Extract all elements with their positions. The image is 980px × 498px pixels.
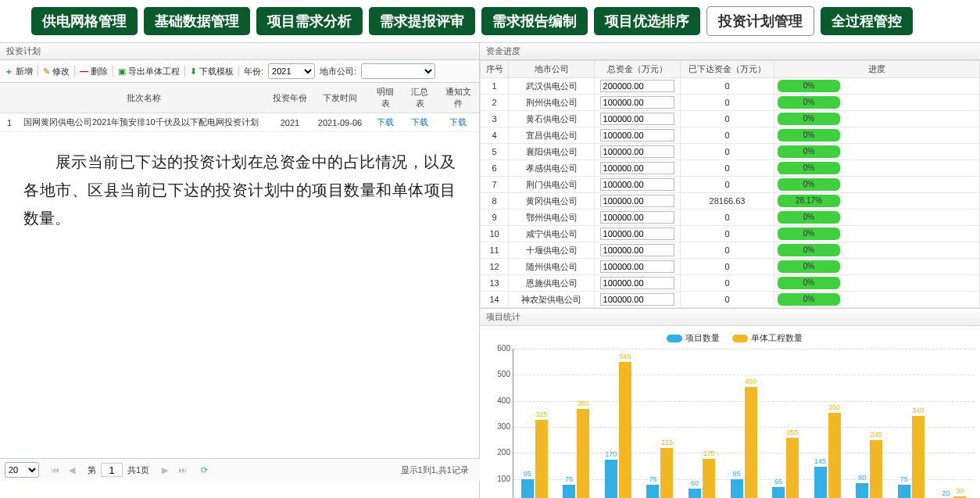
progress-bar: 0% bbox=[778, 277, 840, 289]
progress-bar: 0% bbox=[778, 260, 840, 273]
total-input[interactable] bbox=[600, 113, 675, 125]
total-input[interactable] bbox=[600, 211, 675, 224]
bar-group: 145350蕲春 bbox=[807, 413, 849, 498]
export-button[interactable]: ▣导出单体工程 bbox=[118, 66, 180, 77]
project-stats-chart: 010020030040050060095325黄梅75365罗田170545麻… bbox=[513, 349, 974, 498]
tab-需求提报评审[interactable]: 需求提报评审 bbox=[369, 7, 475, 35]
tab-需求报告编制[interactable]: 需求报告编制 bbox=[481, 7, 588, 35]
funds-panel-title: 资金进度 bbox=[480, 43, 980, 60]
bar: 450 bbox=[745, 387, 757, 498]
table-row[interactable]: 1国网黄冈供电公司2021年预安排10千伏及以下配电网投资计划20212021-… bbox=[0, 113, 479, 132]
download-template-button[interactable]: ⬇下载模板 bbox=[190, 66, 234, 77]
table-row: 4宜昌供电公司00% bbox=[481, 127, 980, 144]
progress-bar: 0% bbox=[778, 145, 840, 158]
total-input[interactable] bbox=[600, 145, 675, 158]
progress-bar: 0% bbox=[778, 211, 840, 224]
bar: 145 bbox=[814, 467, 827, 498]
bar: 545 bbox=[619, 362, 631, 498]
plus-icon: ＋ bbox=[5, 66, 13, 77]
total-input[interactable] bbox=[600, 228, 675, 240]
bar-group: 95325黄梅 bbox=[513, 420, 556, 498]
delete-button[interactable]: —删除 bbox=[80, 66, 108, 77]
bar: 255 bbox=[786, 438, 799, 498]
total-input[interactable] bbox=[600, 244, 675, 256]
tab-项目需求分析[interactable]: 项目需求分析 bbox=[256, 7, 363, 35]
refresh-icon[interactable]: ⟳ bbox=[198, 464, 210, 476]
pagesize-select[interactable]: 20 bbox=[5, 462, 39, 478]
table-row: 1武汉供电公司00% bbox=[481, 78, 980, 95]
table-row: 9鄂州供电公司00% bbox=[481, 210, 980, 226]
pager-info: 显示1到1,共1记录 bbox=[401, 464, 469, 476]
download-detail[interactable]: 下载 bbox=[377, 117, 394, 127]
last-page-icon[interactable]: ⏭ bbox=[176, 464, 188, 476]
edit-button[interactable]: ✎修改 bbox=[43, 66, 70, 77]
bar: 350 bbox=[828, 413, 841, 498]
tab-全过程管控[interactable]: 全过程管控 bbox=[821, 7, 913, 35]
col-notice: 通知文件 bbox=[437, 83, 479, 113]
bar: 365 bbox=[577, 409, 589, 498]
bar-group: 80245英山 bbox=[848, 440, 890, 498]
download-notice[interactable]: 下载 bbox=[449, 117, 467, 127]
table-row: 3黄石供电公司00% bbox=[481, 111, 980, 127]
bar-group: 60175黄州 bbox=[681, 459, 723, 498]
table-row: 2荆州供电公司00% bbox=[481, 95, 980, 111]
total-input[interactable] bbox=[600, 195, 675, 207]
table-row: 13恩施供电公司00% bbox=[481, 275, 980, 292]
total-pages: 共1页 bbox=[127, 464, 149, 476]
progress-bar: 0% bbox=[778, 228, 840, 240]
total-input[interactable] bbox=[600, 80, 675, 92]
next-page-icon[interactable]: ▶ bbox=[159, 464, 171, 476]
table-row: 12随州供电公司00% bbox=[481, 259, 980, 275]
progress-bar: 0% bbox=[778, 80, 840, 92]
bar: 75 bbox=[898, 485, 910, 498]
progress-bar: 0% bbox=[778, 162, 840, 174]
total-input[interactable] bbox=[600, 178, 675, 191]
tab-供电网格管理[interactable]: 供电网格管理 bbox=[31, 7, 138, 35]
page-input[interactable] bbox=[101, 463, 123, 477]
bar-group: 65255团风 bbox=[764, 438, 807, 498]
col-summary: 汇总表 bbox=[402, 83, 437, 113]
prev-page-icon[interactable]: ◀ bbox=[66, 464, 78, 476]
progress-bar: 0% bbox=[778, 113, 840, 125]
y-tick: 600 bbox=[490, 344, 510, 353]
download-summary[interactable]: 下载 bbox=[411, 117, 428, 127]
bar: 175 bbox=[703, 459, 715, 498]
total-input[interactable] bbox=[600, 96, 675, 109]
first-page-icon[interactable]: ⏮ bbox=[48, 464, 61, 476]
total-input[interactable] bbox=[600, 260, 675, 273]
col-year: 投资年份 bbox=[268, 83, 312, 113]
pencil-icon: ✎ bbox=[43, 66, 50, 77]
bar-group: 170545麻城 bbox=[597, 362, 639, 498]
bar: 170 bbox=[605, 460, 617, 498]
bar-group: 75215武穴 bbox=[639, 448, 681, 498]
table-row: 8黄冈供电公司28166.6328.17% bbox=[481, 193, 980, 210]
plan-grid: 批次名称 投资年份 下发时间 明细表 汇总表 通知文件 1国网黄冈供电公司202… bbox=[0, 83, 479, 132]
bar: 80 bbox=[856, 483, 868, 498]
legend-swatch-2 bbox=[732, 335, 748, 342]
bar: 215 bbox=[660, 448, 673, 498]
bar: 60 bbox=[689, 489, 701, 498]
city-select[interactable] bbox=[361, 63, 435, 79]
total-input[interactable] bbox=[600, 277, 675, 289]
table-row: 11十堰供电公司00% bbox=[481, 242, 980, 259]
bar: 75 bbox=[563, 485, 575, 498]
download-icon: ⬇ bbox=[190, 66, 197, 77]
progress-bar: 0% bbox=[778, 293, 840, 306]
progress-bar: 0% bbox=[778, 129, 840, 142]
bar: 245 bbox=[870, 440, 882, 498]
total-input[interactable] bbox=[600, 293, 675, 306]
tab-基础数据管理[interactable]: 基础数据管理 bbox=[144, 7, 250, 35]
table-row: 5襄阳供电公司00% bbox=[481, 144, 980, 160]
bar: 65 bbox=[772, 487, 785, 498]
bar: 95 bbox=[731, 479, 743, 498]
description-text: 展示当前已下达的投资计划在总资金中的占比情况，以及各地市、区县当前已下达的投资计… bbox=[0, 132, 479, 248]
total-input[interactable] bbox=[600, 162, 675, 174]
progress-bar: 28.17% bbox=[778, 195, 840, 207]
year-select[interactable]: 2021 bbox=[268, 63, 315, 79]
tab-投资计划管理[interactable]: 投资计划管理 bbox=[706, 6, 814, 36]
y-tick: 500 bbox=[490, 370, 510, 378]
tab-项目优选排序[interactable]: 项目优选排序 bbox=[594, 7, 700, 35]
add-button[interactable]: ＋新增 bbox=[5, 66, 33, 77]
total-input[interactable] bbox=[600, 129, 675, 142]
bar: 325 bbox=[535, 420, 548, 498]
